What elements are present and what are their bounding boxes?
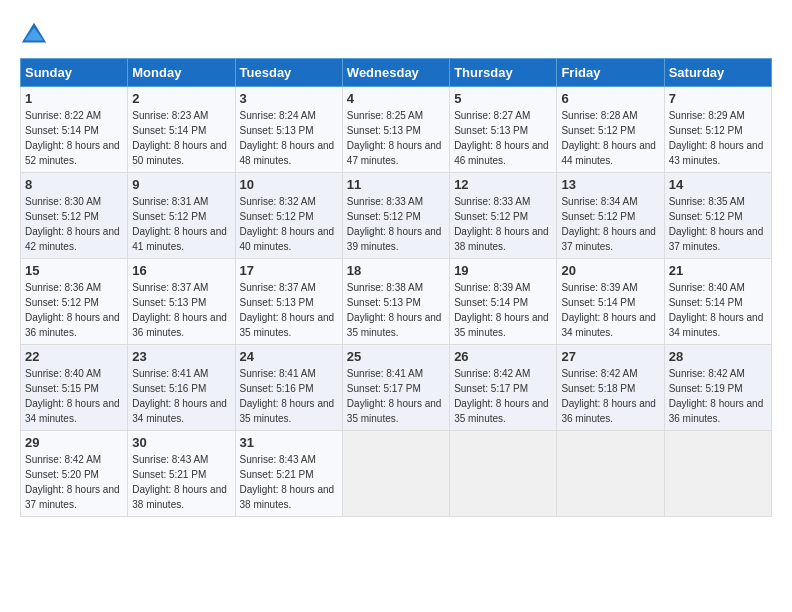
- table-row: 26 Sunrise: 8:42 AM Sunset: 5:17 PM Dayl…: [450, 345, 557, 431]
- table-row: 22 Sunrise: 8:40 AM Sunset: 5:15 PM Dayl…: [21, 345, 128, 431]
- daylight: Daylight: 8 hours and 35 minutes.: [347, 312, 442, 338]
- daylight: Daylight: 8 hours and 42 minutes.: [25, 226, 120, 252]
- col-wednesday: Wednesday: [342, 59, 449, 87]
- table-row: 21 Sunrise: 8:40 AM Sunset: 5:14 PM Dayl…: [664, 259, 771, 345]
- day-number: 6: [561, 91, 659, 106]
- sunrise: Sunrise: 8:40 AM: [669, 282, 745, 293]
- day-number: 10: [240, 177, 338, 192]
- day-number: 26: [454, 349, 552, 364]
- table-row: 23 Sunrise: 8:41 AM Sunset: 5:16 PM Dayl…: [128, 345, 235, 431]
- day-number: 11: [347, 177, 445, 192]
- sunrise: Sunrise: 8:27 AM: [454, 110, 530, 121]
- sunset: Sunset: 5:13 PM: [347, 297, 421, 308]
- sunrise: Sunrise: 8:22 AM: [25, 110, 101, 121]
- daylight: Daylight: 8 hours and 34 minutes.: [561, 312, 656, 338]
- sunrise: Sunrise: 8:23 AM: [132, 110, 208, 121]
- daylight: Daylight: 8 hours and 35 minutes.: [240, 398, 335, 424]
- page-header: [20, 20, 772, 48]
- table-row: 5 Sunrise: 8:27 AM Sunset: 5:13 PM Dayli…: [450, 87, 557, 173]
- table-row: 3 Sunrise: 8:24 AM Sunset: 5:13 PM Dayli…: [235, 87, 342, 173]
- daylight: Daylight: 8 hours and 36 minutes.: [132, 312, 227, 338]
- sunrise: Sunrise: 8:42 AM: [454, 368, 530, 379]
- day-number: 28: [669, 349, 767, 364]
- table-row: 30 Sunrise: 8:43 AM Sunset: 5:21 PM Dayl…: [128, 431, 235, 517]
- sunset: Sunset: 5:12 PM: [132, 211, 206, 222]
- col-monday: Monday: [128, 59, 235, 87]
- sunset: Sunset: 5:19 PM: [669, 383, 743, 394]
- day-number: 12: [454, 177, 552, 192]
- daylight: Daylight: 8 hours and 36 minutes.: [25, 312, 120, 338]
- sunset: Sunset: 5:20 PM: [25, 469, 99, 480]
- sunrise: Sunrise: 8:34 AM: [561, 196, 637, 207]
- table-row: 6 Sunrise: 8:28 AM Sunset: 5:12 PM Dayli…: [557, 87, 664, 173]
- table-row: 12 Sunrise: 8:33 AM Sunset: 5:12 PM Dayl…: [450, 173, 557, 259]
- sunset: Sunset: 5:13 PM: [240, 125, 314, 136]
- sunset: Sunset: 5:16 PM: [132, 383, 206, 394]
- table-row: 17 Sunrise: 8:37 AM Sunset: 5:13 PM Dayl…: [235, 259, 342, 345]
- table-row: 20 Sunrise: 8:39 AM Sunset: 5:14 PM Dayl…: [557, 259, 664, 345]
- sunset: Sunset: 5:17 PM: [347, 383, 421, 394]
- sunrise: Sunrise: 8:24 AM: [240, 110, 316, 121]
- table-row: 8 Sunrise: 8:30 AM Sunset: 5:12 PM Dayli…: [21, 173, 128, 259]
- table-row: 25 Sunrise: 8:41 AM Sunset: 5:17 PM Dayl…: [342, 345, 449, 431]
- day-number: 19: [454, 263, 552, 278]
- table-row: 14 Sunrise: 8:35 AM Sunset: 5:12 PM Dayl…: [664, 173, 771, 259]
- day-number: 5: [454, 91, 552, 106]
- table-row: 9 Sunrise: 8:31 AM Sunset: 5:12 PM Dayli…: [128, 173, 235, 259]
- sunrise: Sunrise: 8:42 AM: [669, 368, 745, 379]
- calendar-table: Sunday Monday Tuesday Wednesday Thursday…: [20, 58, 772, 517]
- sunrise: Sunrise: 8:33 AM: [347, 196, 423, 207]
- calendar-week-row: 8 Sunrise: 8:30 AM Sunset: 5:12 PM Dayli…: [21, 173, 772, 259]
- sunset: Sunset: 5:17 PM: [454, 383, 528, 394]
- daylight: Daylight: 8 hours and 35 minutes.: [454, 312, 549, 338]
- daylight: Daylight: 8 hours and 37 minutes.: [25, 484, 120, 510]
- daylight: Daylight: 8 hours and 46 minutes.: [454, 140, 549, 166]
- daylight: Daylight: 8 hours and 37 minutes.: [561, 226, 656, 252]
- sunset: Sunset: 5:12 PM: [454, 211, 528, 222]
- sunrise: Sunrise: 8:41 AM: [347, 368, 423, 379]
- sunrise: Sunrise: 8:41 AM: [240, 368, 316, 379]
- sunrise: Sunrise: 8:39 AM: [561, 282, 637, 293]
- sunrise: Sunrise: 8:43 AM: [132, 454, 208, 465]
- table-row: 24 Sunrise: 8:41 AM Sunset: 5:16 PM Dayl…: [235, 345, 342, 431]
- sunrise: Sunrise: 8:41 AM: [132, 368, 208, 379]
- calendar-week-row: 29 Sunrise: 8:42 AM Sunset: 5:20 PM Dayl…: [21, 431, 772, 517]
- daylight: Daylight: 8 hours and 47 minutes.: [347, 140, 442, 166]
- day-number: 27: [561, 349, 659, 364]
- table-row: 19 Sunrise: 8:39 AM Sunset: 5:14 PM Dayl…: [450, 259, 557, 345]
- day-number: 17: [240, 263, 338, 278]
- daylight: Daylight: 8 hours and 50 minutes.: [132, 140, 227, 166]
- table-row: 31 Sunrise: 8:43 AM Sunset: 5:21 PM Dayl…: [235, 431, 342, 517]
- calendar-week-row: 22 Sunrise: 8:40 AM Sunset: 5:15 PM Dayl…: [21, 345, 772, 431]
- day-number: 9: [132, 177, 230, 192]
- daylight: Daylight: 8 hours and 40 minutes.: [240, 226, 335, 252]
- sunset: Sunset: 5:15 PM: [25, 383, 99, 394]
- table-row: 7 Sunrise: 8:29 AM Sunset: 5:12 PM Dayli…: [664, 87, 771, 173]
- daylight: Daylight: 8 hours and 34 minutes.: [669, 312, 764, 338]
- sunset: Sunset: 5:12 PM: [347, 211, 421, 222]
- table-row: 1 Sunrise: 8:22 AM Sunset: 5:14 PM Dayli…: [21, 87, 128, 173]
- sunset: Sunset: 5:12 PM: [25, 211, 99, 222]
- sunset: Sunset: 5:14 PM: [669, 297, 743, 308]
- table-row: 10 Sunrise: 8:32 AM Sunset: 5:12 PM Dayl…: [235, 173, 342, 259]
- daylight: Daylight: 8 hours and 37 minutes.: [669, 226, 764, 252]
- table-row: 4 Sunrise: 8:25 AM Sunset: 5:13 PM Dayli…: [342, 87, 449, 173]
- sunset: Sunset: 5:13 PM: [347, 125, 421, 136]
- col-thursday: Thursday: [450, 59, 557, 87]
- day-number: 7: [669, 91, 767, 106]
- sunset: Sunset: 5:21 PM: [132, 469, 206, 480]
- table-row: 28 Sunrise: 8:42 AM Sunset: 5:19 PM Dayl…: [664, 345, 771, 431]
- daylight: Daylight: 8 hours and 38 minutes.: [132, 484, 227, 510]
- sunset: Sunset: 5:14 PM: [132, 125, 206, 136]
- day-number: 25: [347, 349, 445, 364]
- day-number: 30: [132, 435, 230, 450]
- sunrise: Sunrise: 8:32 AM: [240, 196, 316, 207]
- day-number: 16: [132, 263, 230, 278]
- sunrise: Sunrise: 8:39 AM: [454, 282, 530, 293]
- calendar-header-row: Sunday Monday Tuesday Wednesday Thursday…: [21, 59, 772, 87]
- day-number: 31: [240, 435, 338, 450]
- table-row: [450, 431, 557, 517]
- day-number: 23: [132, 349, 230, 364]
- day-number: 21: [669, 263, 767, 278]
- sunrise: Sunrise: 8:29 AM: [669, 110, 745, 121]
